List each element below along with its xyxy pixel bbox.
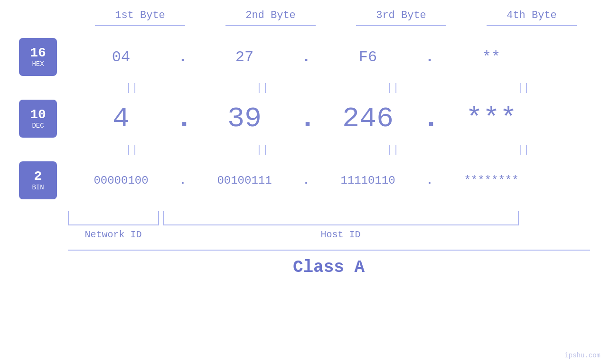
dec-b3-value: 246 <box>342 103 394 135</box>
bracket-labels: Network ID Host ID <box>68 229 590 240</box>
dec-row: 10 DEC 4 . 39 . 246 . *** <box>19 97 610 140</box>
eq1-b4: || <box>469 82 578 94</box>
bracket-byte4 <box>487 25 577 26</box>
bracket-byte3 <box>356 25 446 26</box>
dec-sep2: . <box>299 103 313 135</box>
byte-headers: 1st Byte 2nd Byte 3rd Byte 4th Byte <box>75 9 597 21</box>
equals-row-1: || || || || <box>66 78 589 97</box>
byte3-header: 3rd Byte <box>347 9 456 21</box>
bracket-byte1 <box>95 25 185 26</box>
dec-badge-number: 10 <box>30 108 46 122</box>
hex-badge: 16 HEX <box>19 38 57 76</box>
eq1-b3: || <box>338 82 448 94</box>
hex-b4-cell: ** <box>437 48 546 66</box>
network-id-label: Network ID <box>68 229 159 240</box>
hex-bytes: 04 . 27 . F6 . ** <box>66 48 610 66</box>
dec-badge-label: DEC <box>32 122 44 130</box>
bin-badge-label: BIN <box>32 184 44 191</box>
eq2-b3: || <box>338 144 448 156</box>
bracket-byte2 <box>225 25 316 26</box>
byte4-header: 4th Byte <box>477 9 586 21</box>
hex-sep3: . <box>422 48 437 66</box>
eq2-b1: || <box>77 144 187 156</box>
hex-badge-label: HEX <box>32 60 44 68</box>
bin-b1-cell: 00000100 <box>66 174 176 187</box>
network-bracket <box>68 211 159 225</box>
class-section: Class A <box>68 250 590 277</box>
bin-bytes: 00000100 . 00100111 . 11110110 . *******… <box>66 174 610 187</box>
hex-sep2: . <box>299 48 313 66</box>
bin-badge: 2 BIN <box>19 161 57 199</box>
dec-b2-value: 39 <box>227 103 262 135</box>
bin-row: 2 BIN 00000100 . 00100111 . 11110110 . *… <box>19 159 610 202</box>
hex-b1-value: 04 <box>112 48 130 66</box>
bin-b4-cell: ******** <box>437 174 546 187</box>
bin-sep3: . <box>422 174 437 187</box>
byte2-header: 2nd Byte <box>216 9 325 21</box>
bin-badge-number: 2 <box>34 169 42 184</box>
hex-sep1: . <box>176 48 190 66</box>
dec-b3-cell: 246 <box>313 103 422 135</box>
bin-sep2: . <box>299 174 313 187</box>
host-bracket <box>163 211 519 225</box>
hex-b4-value: ** <box>482 48 500 66</box>
eq1-b1: || <box>77 82 187 94</box>
bin-b3-value: 11110110 <box>340 174 395 187</box>
hex-b2-value: 27 <box>235 48 253 66</box>
dec-b4-cell: *** <box>437 103 546 135</box>
dec-sep1: . <box>176 103 190 135</box>
main-container: 1st Byte 2nd Byte 3rd Byte 4th Byte 16 H… <box>0 0 610 364</box>
dec-b1-value: 4 <box>113 103 130 135</box>
hex-b2-cell: 27 <box>190 48 299 66</box>
dec-sep3: . <box>422 103 437 135</box>
dec-badge: 10 DEC <box>19 100 57 138</box>
dec-b2-cell: 39 <box>190 103 299 135</box>
bin-b4-value: ******** <box>464 174 518 187</box>
eq2-b2: || <box>208 144 317 156</box>
dec-b1-cell: 4 <box>66 103 176 135</box>
hex-b3-cell: F6 <box>313 48 422 66</box>
bin-b2-cell: 00100111 <box>190 174 299 187</box>
bin-b3-cell: 11110110 <box>313 174 422 187</box>
dec-bytes: 4 . 39 . 246 . *** <box>66 103 610 135</box>
byte1-header: 1st Byte <box>85 9 195 21</box>
dec-b4-value: *** <box>466 103 517 135</box>
bottom-section: Network ID Host ID <box>68 206 590 240</box>
eq1-b2: || <box>208 82 317 94</box>
watermark: ipshu.com <box>564 352 601 359</box>
bin-b1-value: 00000100 <box>94 174 148 187</box>
top-brackets <box>75 25 597 26</box>
bin-b2-value: 00100111 <box>217 174 272 187</box>
eq2-b4: || <box>469 144 578 156</box>
hex-badge-number: 16 <box>30 46 46 61</box>
bottom-brackets <box>68 206 590 225</box>
class-line <box>68 250 590 251</box>
class-value: Class A <box>68 258 590 277</box>
equals-row-2: || || || || <box>66 140 589 159</box>
hex-b1-cell: 04 <box>66 48 176 66</box>
hex-row: 16 HEX 04 . 27 . F6 . ** <box>19 36 610 78</box>
host-id-label: Host ID <box>163 229 519 240</box>
hex-b3-value: F6 <box>359 48 377 66</box>
rows-area: 16 HEX 04 . 27 . F6 . ** <box>0 36 610 202</box>
bin-sep1: . <box>176 174 190 187</box>
